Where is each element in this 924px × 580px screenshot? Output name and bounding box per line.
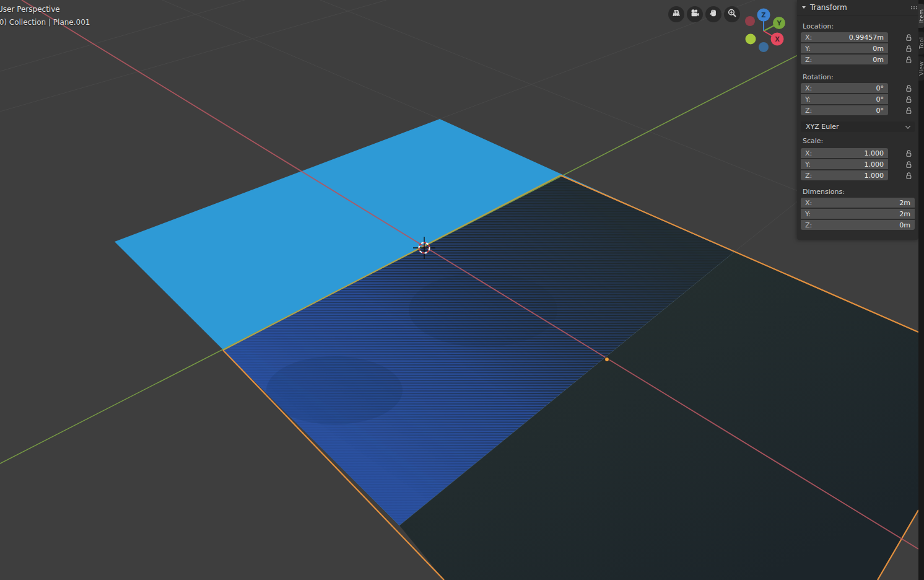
dimensions-y-field[interactable]: Y: 2m: [801, 209, 915, 219]
camera-view-icon: [690, 8, 700, 20]
dimensions-label: Dimensions:: [803, 188, 845, 196]
blender-3d-viewport: User Perspective (0) Collection | Plane.…: [0, 0, 924, 580]
location-rows: X: 0.99457m Y: 0m Z: 0m: [801, 32, 915, 66]
zoom-plus-icon: [727, 8, 737, 20]
tab-tool[interactable]: Tool: [918, 32, 924, 55]
rotation-rows: X: 0° Y: 0° Z: 0°: [801, 83, 915, 116]
object-origin-dot: [604, 357, 609, 361]
lock-icon[interactable]: [904, 171, 913, 180]
scale-label: Scale:: [803, 137, 823, 145]
rotation-x-field[interactable]: X: 0°: [801, 83, 888, 93]
svg-text:Z: Z: [761, 12, 765, 19]
svg-text:X: X: [775, 36, 780, 43]
lock-icon[interactable]: [904, 95, 913, 103]
sidebar-tab-strip: Item Tool View: [918, 0, 924, 580]
navigation-axis-gizmo[interactable]: Z Y X: [740, 6, 790, 56]
zoom-view-button[interactable]: [724, 6, 740, 22]
scale-x-field[interactable]: X: 1.000: [801, 148, 888, 158]
scale-z-field[interactable]: Z: 1.000: [801, 170, 888, 180]
gizmo-minus-z-ball[interactable]: [759, 42, 769, 52]
chevron-down-icon: [905, 123, 910, 128]
gizmo-minus-y-ball[interactable]: [746, 34, 756, 45]
perspective-grid-icon: [671, 8, 681, 20]
pan-view-button[interactable]: [705, 6, 721, 22]
lock-icon[interactable]: [904, 55, 913, 64]
lock-icon[interactable]: [904, 106, 913, 115]
rotation-mode-dropdown[interactable]: XYZ Euler: [801, 121, 915, 132]
breadcrumb: (0) Collection | Plane.001: [0, 18, 90, 27]
panel-grip-icon[interactable]: [911, 6, 912, 7]
tab-item[interactable]: Item: [918, 4, 924, 28]
location-z-field[interactable]: Z: 0m: [801, 55, 888, 64]
lock-icon[interactable]: [904, 160, 913, 169]
dimensions-x-field[interactable]: X: 2m: [801, 198, 915, 208]
gizmo-y-ball[interactable]: Y: [773, 17, 785, 29]
toggle-perspective-button[interactable]: [668, 6, 684, 22]
gizmo-z-ball[interactable]: Z: [757, 9, 770, 22]
gizmo-minus-x-ball[interactable]: [745, 16, 755, 26]
pan-hand-icon: [708, 8, 718, 20]
dimensions-rows: X: 2m Y: 2m Z: 0m: [801, 198, 915, 231]
scale-y-field[interactable]: Y: 1.000: [801, 159, 888, 169]
location-label: Location:: [803, 22, 834, 30]
viewport-canvas[interactable]: [0, 0, 924, 580]
dimensions-z-field[interactable]: Z: 0m: [801, 220, 915, 230]
gizmo-x-ball[interactable]: X: [771, 33, 784, 46]
svg-text:Y: Y: [776, 20, 782, 27]
scale-rows: X: 1.000 Y: 1.000 Z: 1.000: [801, 148, 915, 182]
lock-icon[interactable]: [904, 84, 913, 92]
lock-icon[interactable]: [904, 44, 913, 53]
camera-view-button[interactable]: [687, 6, 703, 22]
rotation-label: Rotation:: [803, 73, 834, 81]
transform-panel: Transform Location: X: 0.99457m Y: 0m: [797, 0, 918, 240]
lock-icon[interactable]: [904, 149, 913, 157]
lock-icon[interactable]: [904, 33, 913, 42]
transform-panel-header[interactable]: Transform: [797, 0, 918, 15]
location-x-field[interactable]: X: 0.99457m: [801, 32, 888, 42]
rotation-y-field[interactable]: Y: 0°: [801, 94, 888, 104]
tab-view[interactable]: View: [918, 56, 924, 81]
view-perspective-label: User Perspective: [0, 5, 60, 14]
panel-title: Transform: [810, 3, 847, 12]
location-y-field[interactable]: Y: 0m: [801, 43, 888, 53]
collapse-triangle-icon[interactable]: [802, 6, 806, 9]
rotation-z-field[interactable]: Z: 0°: [801, 105, 888, 115]
